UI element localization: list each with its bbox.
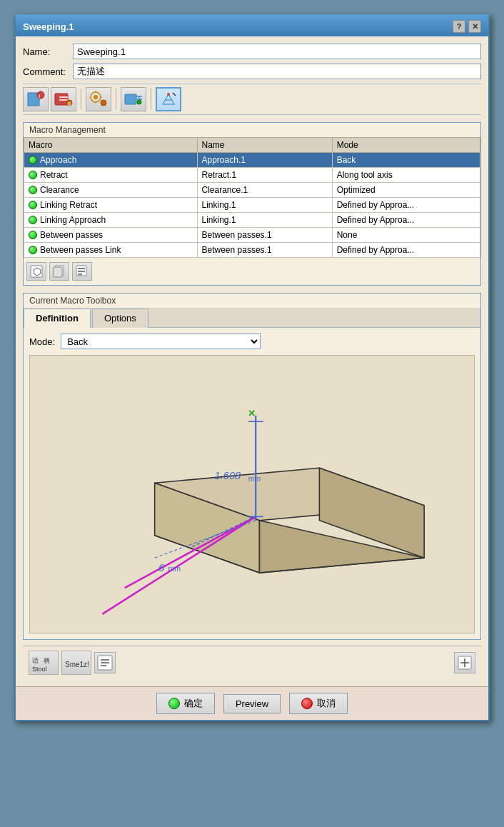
cancel-button[interactable]: 取消: [289, 693, 348, 714]
svg-text:i: i: [39, 94, 40, 99]
svg-text:⚙: ⚙: [67, 101, 71, 106]
table-row[interactable]: Between passes LinkBetween passes.1Defin…: [24, 243, 480, 258]
svg-rect-3: [55, 94, 68, 105]
mode-cell: Back: [332, 153, 480, 168]
mode-select[interactable]: Back Along tool axis Optimized Defined b…: [61, 334, 261, 349]
diagram-svg: × 1.608 mm 6 mm: [30, 356, 474, 633]
bottom-tool-btn-1[interactable]: 话 柄 Stool: [29, 651, 59, 675]
main-toolbar: i ⚙: [23, 84, 481, 115]
table-action-copy[interactable]: [49, 262, 69, 281]
tab-definition[interactable]: Definition: [24, 309, 91, 328]
table-row[interactable]: Linking ApproachLinking.1Defined by Appr…: [24, 213, 480, 228]
status-dot: [29, 216, 37, 224]
name-cell: Approach.1: [197, 153, 332, 168]
svg-text:mm: mm: [248, 475, 261, 483]
confirm-button[interactable]: 确定: [156, 693, 215, 714]
toolbar-btn-1[interactable]: i: [23, 87, 49, 111]
toolbar-btn-5[interactable]: [156, 87, 181, 111]
macro-cell: Approach: [24, 153, 198, 168]
svg-point-8: [101, 100, 106, 106]
toolbar-btn-4[interactable]: [121, 87, 146, 111]
help-button[interactable]: ?: [453, 20, 465, 33]
mode-cell: None: [332, 228, 480, 243]
svg-text:Sme1z!: Sme1z!: [65, 661, 89, 668]
bottom-toolbar: 话 柄 Stool Sme1z!: [23, 646, 481, 679]
table-action-add[interactable]: ⬡: [26, 262, 46, 281]
cancel-label: 取消: [317, 697, 336, 710]
table-row[interactable]: Linking RetractLinking.1Defined by Appro…: [24, 198, 480, 213]
svg-text:话: 话: [32, 657, 39, 664]
name-cell: Linking.1: [197, 198, 332, 213]
macro-cell: Retract: [24, 168, 198, 183]
mode-cell: Along tool axis: [332, 168, 480, 183]
svg-text:mm: mm: [168, 565, 181, 573]
svg-point-7: [94, 95, 98, 99]
col-name: Name: [197, 138, 332, 153]
close-button[interactable]: ✕: [468, 20, 481, 33]
mode-cell: Defined by Approa...: [332, 243, 480, 258]
confirm-label: 确定: [184, 697, 203, 710]
mode-cell: Optimized: [332, 183, 480, 198]
macro-management-section: Macro Management Macro Name Mode Approac…: [23, 122, 481, 286]
macro-cell: Clearance: [24, 183, 198, 198]
tab-options[interactable]: Options: [92, 309, 148, 328]
tab-content: Mode: Back Along tool axis Optimized Def…: [24, 328, 480, 639]
toolbar-btn-3[interactable]: [86, 87, 111, 111]
toolbar-btn-2[interactable]: ⚙: [51, 87, 76, 111]
col-macro: Macro: [24, 138, 198, 153]
status-dot: [29, 201, 37, 209]
macro-cell: Linking Retract: [24, 198, 198, 213]
name-cell: Clearance.1: [197, 183, 332, 198]
title-bar-buttons: ? ✕: [453, 20, 481, 33]
comment-input[interactable]: [73, 64, 481, 79]
svg-rect-15: [54, 267, 62, 277]
status-dot: [29, 186, 37, 194]
preview-button[interactable]: Preview: [223, 694, 281, 713]
mode-label: Mode:: [29, 336, 55, 347]
svg-text:×: ×: [248, 406, 256, 420]
name-cell: Retract.1: [197, 168, 332, 183]
name-input[interactable]: [73, 44, 481, 59]
table-action-edit[interactable]: [72, 262, 92, 281]
svg-text:Stool: Stool: [32, 666, 47, 673]
table-row[interactable]: RetractRetract.1Along tool axis: [24, 168, 480, 183]
bottom-tool-btn-expand[interactable]: [454, 652, 475, 673]
bottom-tool-btn-3[interactable]: [94, 652, 116, 673]
name-cell: Between passes.1: [197, 228, 332, 243]
name-row: Name:: [23, 44, 481, 59]
svg-text:1.608: 1.608: [215, 470, 242, 481]
svg-rect-9: [125, 94, 136, 104]
main-dialog: Sweeping.1 ? ✕ Name: Comment: i: [14, 14, 490, 721]
name-label: Name:: [23, 46, 73, 57]
table-row[interactable]: ClearanceClearance.1Optimized: [24, 183, 480, 198]
table-row[interactable]: Between passesBetween passes.1None: [24, 228, 480, 243]
macro-cell: Linking Approach: [24, 213, 198, 228]
dialog-body: Name: Comment: i ⚙: [16, 36, 488, 686]
toolbar-sep-3: [151, 89, 151, 110]
macro-table: Macro Name Mode ApproachApproach.1BackRe…: [24, 137, 480, 258]
title-bar: Sweeping.1 ? ✕: [16, 16, 488, 36]
status-dot: [29, 156, 37, 164]
bottom-tool-btn-2[interactable]: Sme1z!: [61, 651, 91, 675]
macro-management-title: Macro Management: [24, 123, 480, 137]
diagram-area: × 1.608 mm 6 mm: [29, 355, 475, 633]
tabs-row: Definition Options: [24, 308, 480, 328]
status-dot: [29, 231, 37, 239]
confirm-icon: [168, 698, 180, 709]
col-mode: Mode: [332, 138, 480, 153]
table-row[interactable]: ApproachApproach.1Back: [24, 153, 480, 168]
comment-row: Comment:: [23, 64, 481, 79]
name-cell: Between passes.1: [197, 243, 332, 258]
mode-cell: Defined by Approa...: [332, 198, 480, 213]
comment-label: Comment:: [23, 66, 73, 77]
macro-cell: Between passes Link: [24, 243, 198, 258]
svg-point-10: [137, 100, 141, 104]
table-actions: ⬡: [24, 258, 480, 285]
status-dot: [29, 246, 37, 254]
dialog-title: Sweeping.1: [23, 21, 74, 32]
name-cell: Linking.1: [197, 213, 332, 228]
mode-cell: Defined by Approa...: [332, 213, 480, 228]
mode-row: Mode: Back Along tool axis Optimized Def…: [29, 334, 475, 349]
macro-cell: Between passes: [24, 228, 198, 243]
preview-label: Preview: [236, 698, 268, 709]
